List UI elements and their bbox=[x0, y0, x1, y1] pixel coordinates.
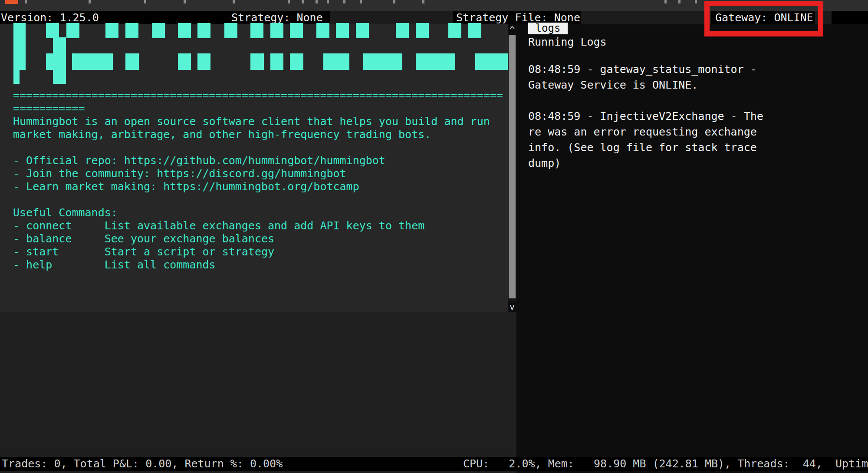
terminal-text-line: - Official repo: https://github.com/humm… bbox=[13, 154, 503, 167]
logo-block bbox=[66, 23, 79, 38]
logo-block bbox=[178, 23, 191, 38]
log-entry-line: 08:48:59 - InjectiveV2Exchange - The bbox=[528, 109, 789, 124]
output-scrollbar[interactable]: ^ v bbox=[508, 24, 516, 312]
logo-block bbox=[316, 23, 329, 38]
logo-block bbox=[356, 23, 369, 38]
terminal-output-pane: ========================================… bbox=[0, 24, 508, 312]
logo-block bbox=[224, 23, 237, 38]
window-strip-tick bbox=[678, 0, 681, 3]
log-entry-line: info. (See log file for stack trace bbox=[528, 140, 789, 155]
logo-block bbox=[290, 53, 303, 70]
tab-logs[interactable]: logs bbox=[528, 23, 568, 34]
header-spacer-block bbox=[832, 11, 868, 24]
window-strip-tick bbox=[316, 0, 318, 3]
terminal-text-line: =========== bbox=[13, 102, 503, 115]
logo-block bbox=[336, 23, 349, 38]
logo-block bbox=[475, 53, 509, 70]
logs-panel-title: Running Logs bbox=[528, 36, 607, 49]
window-strip-tick bbox=[343, 0, 345, 3]
logo-block bbox=[125, 53, 139, 70]
log-entry-gap bbox=[528, 93, 789, 109]
terminal-text-line: - balance See your exchange balances bbox=[13, 232, 503, 245]
gateway-highlight-box bbox=[704, 1, 823, 36]
window-strip-tick bbox=[393, 0, 395, 3]
logo-block bbox=[152, 23, 165, 38]
logo-block bbox=[468, 23, 481, 38]
logo-block bbox=[290, 23, 303, 38]
logo-block bbox=[197, 53, 210, 70]
terminal-text-line: - Join the community: https://discord.gg… bbox=[13, 167, 503, 180]
window-strip-tick bbox=[233, 0, 235, 3]
logo-block bbox=[178, 53, 191, 70]
window-accent-mark bbox=[5, 0, 18, 4]
log-entry: 08:48:59 - InjectiveV2Exchange - There w… bbox=[528, 109, 789, 171]
welcome-text: ========================================… bbox=[13, 89, 503, 271]
logo-block bbox=[396, 23, 409, 38]
scrollbar-thumb[interactable] bbox=[509, 35, 516, 298]
log-entry-line: re was an error requesting exchange bbox=[528, 124, 789, 140]
logo-block bbox=[416, 53, 455, 70]
terminal-text-line bbox=[13, 193, 503, 206]
logo-block bbox=[197, 23, 210, 38]
logo-block bbox=[46, 53, 59, 70]
logo-block bbox=[13, 70, 20, 84]
window-strip-tick bbox=[327, 0, 329, 3]
log-entry: 08:48:59 - gateway_status_monitor -Gatew… bbox=[528, 62, 789, 93]
terminal-text-line: - start Start a script or strategy bbox=[13, 245, 503, 258]
terminal-text-line: - connect List available exchanges and a… bbox=[13, 219, 503, 232]
logo-block bbox=[105, 23, 118, 38]
logo-block bbox=[416, 23, 429, 38]
hummingbot-terminal-window: Version: 1.25.0 Strategy: None Strategy … bbox=[0, 0, 868, 473]
scroll-up-icon[interactable]: ^ bbox=[508, 24, 516, 35]
status-bar: Trades: 0, Total P&L: 0.00, Return %: 0.… bbox=[0, 457, 868, 471]
logo-block bbox=[363, 53, 402, 70]
window-strip-tick bbox=[695, 0, 697, 3]
terminal-text-line: Useful Commands: bbox=[13, 206, 503, 219]
window-strip-tick bbox=[422, 0, 424, 3]
window-strip-tick bbox=[25, 0, 27, 3]
window-strip-tick bbox=[184, 0, 186, 3]
window-strip-tick bbox=[664, 0, 667, 3]
trades-pnl-status: Trades: 0, Total P&L: 0.00, Return %: 0.… bbox=[2, 457, 283, 471]
terminal-text-line: market making, arbitrage, and other high… bbox=[13, 128, 503, 141]
logo-block bbox=[46, 23, 59, 38]
log-entry-line: dump) bbox=[528, 155, 789, 171]
logo-block bbox=[53, 70, 66, 84]
logo-block bbox=[250, 23, 263, 38]
strategy-label: Strategy: None bbox=[230, 11, 330, 24]
window-strip-tick bbox=[302, 0, 304, 3]
log-entries: 08:48:59 - gateway_status_monitor -Gatew… bbox=[528, 62, 789, 171]
terminal-text-line: - Learn market making: https://hummingbo… bbox=[13, 180, 503, 193]
logo-block bbox=[270, 53, 283, 70]
logo-block bbox=[448, 23, 461, 38]
scroll-down-icon[interactable]: v bbox=[508, 301, 516, 312]
log-entry-line: Gateway Service is ONLINE. bbox=[528, 77, 789, 93]
window-strip-tick bbox=[144, 0, 146, 3]
window-strip-tick bbox=[360, 0, 362, 3]
logo-block bbox=[323, 53, 349, 70]
window-strip-tick bbox=[288, 0, 290, 3]
terminal-text-line: - help List all commands bbox=[13, 258, 503, 271]
logo-block bbox=[125, 23, 138, 38]
terminal-text-line: Hummingbot is an open source software cl… bbox=[13, 115, 503, 128]
logo-block bbox=[72, 53, 113, 70]
log-entry-line: 08:48:59 - gateway_status_monitor - bbox=[528, 62, 789, 77]
terminal-text-line: ========================================… bbox=[13, 89, 503, 102]
command-input-pane[interactable]: >>> bbox=[0, 312, 516, 454]
window-strip-tick bbox=[89, 0, 91, 3]
logo-block bbox=[13, 23, 26, 70]
system-resources-status: CPU: 2.0%, Mem: 98.90 MB (242.81 MB), Th… bbox=[463, 457, 868, 471]
terminal-text-line bbox=[13, 141, 503, 154]
logo-block bbox=[270, 23, 283, 38]
logo-block bbox=[250, 53, 264, 70]
version-label: Version: 1.25.0 bbox=[0, 11, 230, 24]
